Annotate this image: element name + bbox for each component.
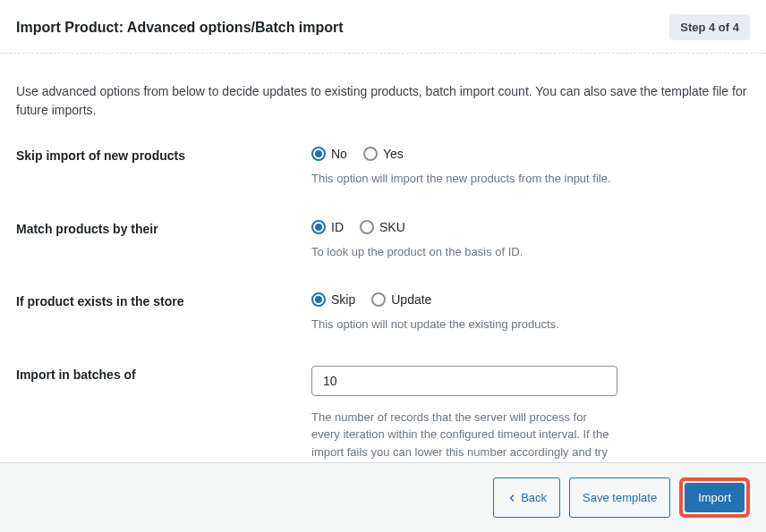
page-header: Import Product: Advanced options/Batch i… xyxy=(0,0,766,54)
match-by-sku-radio[interactable]: SKU xyxy=(360,220,405,234)
radio-icon xyxy=(363,147,378,161)
radio-label: Update xyxy=(391,292,431,307)
import-button[interactable]: Import xyxy=(685,483,745,512)
skip-import-no-radio[interactable]: No xyxy=(311,147,347,161)
import-highlight: Import xyxy=(679,477,750,518)
chevron-left-icon xyxy=(506,493,517,503)
skip-import-yes-radio[interactable]: Yes xyxy=(363,147,404,161)
if-exists-radio-group: Skip Update xyxy=(311,292,750,307)
page-description: Use advanced options from below to decid… xyxy=(0,54,766,147)
batch-size-label: Import in batches of xyxy=(16,366,311,382)
save-template-button[interactable]: Save template xyxy=(569,477,670,518)
if-exists-row: If product exists in the store Skip Upda… xyxy=(16,292,750,334)
skip-import-label: Skip import of new products xyxy=(16,147,311,163)
radio-label: Skip xyxy=(331,292,355,307)
batch-size-input[interactable] xyxy=(311,366,617,396)
radio-label: SKU xyxy=(379,220,405,234)
radio-icon xyxy=(311,220,326,234)
radio-label: No xyxy=(331,147,347,161)
radio-icon xyxy=(311,147,326,161)
footer: Back Save template Import xyxy=(0,462,766,532)
if-exists-skip-radio[interactable]: Skip xyxy=(311,292,355,307)
save-template-button-label: Save template xyxy=(583,491,657,504)
back-button-label: Back xyxy=(521,491,547,504)
step-badge: Step 4 of 4 xyxy=(669,14,750,40)
skip-import-row: Skip import of new products No Yes This … xyxy=(16,147,750,188)
if-exists-help: This option will not update the existing… xyxy=(311,316,750,334)
page-title: Import Product: Advanced options/Batch i… xyxy=(16,20,344,36)
if-exists-label: If product exists in the store xyxy=(16,292,311,308)
radio-icon xyxy=(311,292,326,307)
radio-icon xyxy=(360,220,374,234)
match-by-id-radio[interactable]: ID xyxy=(311,220,344,234)
match-by-radio-group: ID SKU xyxy=(311,220,750,234)
form-section: Skip import of new products No Yes This … xyxy=(0,147,766,478)
batch-size-row: Import in batches of The number of recor… xyxy=(16,366,750,478)
if-exists-update-radio[interactable]: Update xyxy=(371,292,431,307)
skip-import-help: This option will import the new products… xyxy=(311,170,750,188)
match-by-help: To look up the product on the basis of I… xyxy=(311,243,750,261)
match-by-label: Match products by their xyxy=(16,220,311,236)
import-button-label: Import xyxy=(698,491,731,504)
back-button[interactable]: Back xyxy=(493,477,560,518)
radio-label: ID xyxy=(331,220,344,234)
radio-label: Yes xyxy=(383,147,404,161)
skip-import-radio-group: No Yes xyxy=(311,147,750,161)
radio-icon xyxy=(371,292,386,307)
match-by-row: Match products by their ID SKU To look u… xyxy=(16,220,750,261)
